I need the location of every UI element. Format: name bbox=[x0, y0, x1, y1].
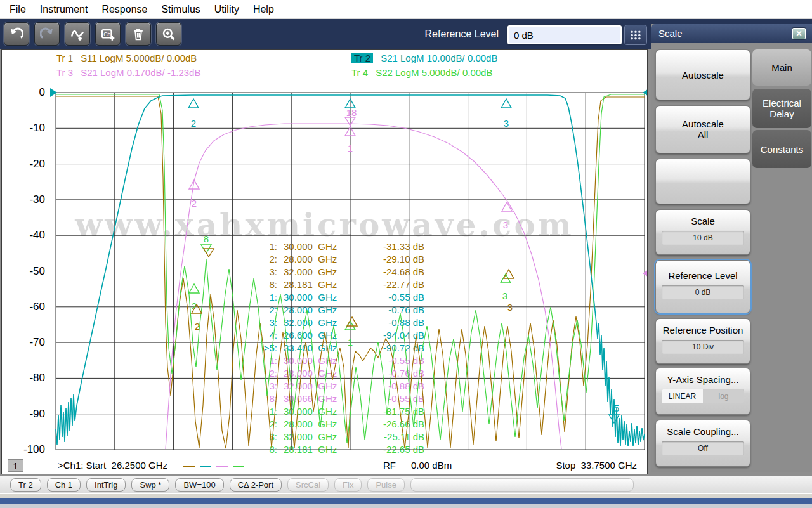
marker-value: -90.72 dB bbox=[365, 342, 424, 355]
undo-button[interactable] bbox=[4, 22, 29, 46]
delete-button[interactable] bbox=[126, 22, 151, 46]
marker-frequency: 28.000 GHz bbox=[277, 367, 365, 380]
linear-option[interactable]: LINEAR bbox=[662, 389, 703, 403]
menu-item-file[interactable]: File bbox=[3, 4, 33, 15]
add-trace-icon bbox=[70, 27, 84, 41]
marker-frequency: 32.000 GHz bbox=[277, 431, 365, 443]
marker-triangle-up bbox=[188, 99, 199, 108]
marker-frequency: 32.000 GHz bbox=[277, 316, 365, 329]
marker-frequency: 30.066 GHz bbox=[277, 393, 365, 405]
marker-frequency: 28.181 GHz bbox=[277, 443, 365, 456]
menu-item-utility[interactable]: Utility bbox=[207, 4, 246, 15]
add-trace-button[interactable] bbox=[65, 22, 90, 46]
menu-item-help[interactable]: Help bbox=[246, 4, 281, 15]
scale-button[interactable]: Scale 10 dB bbox=[655, 209, 750, 255]
marker-number: >5: bbox=[254, 342, 277, 355]
trace-swatch bbox=[216, 466, 228, 467]
legend-entry-tr4[interactable]: Tr 4S22 LogM 5.000dB/ 0.00dB bbox=[351, 67, 492, 78]
trace-id: Tr 2 bbox=[351, 53, 373, 63]
menu-item-response[interactable]: Response bbox=[95, 4, 154, 15]
marker-number: 1: bbox=[254, 240, 277, 253]
marker-frequency: 28.000 GHz bbox=[277, 304, 365, 316]
sparameter-plot-area: www.xahxmicrowave.com 1:30.000 GHz-31.33… bbox=[1, 49, 648, 474]
tab-constants[interactable]: Constants bbox=[752, 130, 811, 168]
marker-number: 1: bbox=[254, 355, 277, 367]
scale-panel-header: Scale ✕ bbox=[651, 24, 812, 43]
y-axis-label: -40 bbox=[2, 229, 45, 242]
marker-row: 8:30.066 GHz-0.55 dB bbox=[254, 393, 424, 405]
legend-entry-tr2[interactable]: Tr 2S21 LogM 10.00dB/ 0.00dB bbox=[351, 53, 497, 63]
close-icon[interactable]: ✕ bbox=[792, 27, 806, 40]
status-button-c-2-port[interactable]: CΔ 2-Port bbox=[230, 478, 282, 492]
status-button-swp-[interactable]: Swp * bbox=[131, 478, 169, 492]
y-axis-spacing-button[interactable]: Y-Axis Spacing... LINEAR log bbox=[655, 368, 750, 415]
marker-row: 3:32.000 GHz-25.11 dB bbox=[254, 431, 424, 443]
scale-value: 10 dB bbox=[662, 231, 744, 245]
reference-level-toolbar-label: Reference Level bbox=[400, 19, 499, 49]
legend-entry-tr1[interactable]: Tr 1S11 LogM 5.000dB/ 0.00dB bbox=[56, 53, 197, 63]
marker-triangle-up bbox=[189, 180, 199, 189]
scale-coupling-label: Scale Coupling... bbox=[656, 426, 750, 437]
status-button-tr-2[interactable]: Tr 2 bbox=[10, 478, 41, 492]
marker-value: -94.04 dB bbox=[365, 329, 424, 342]
status-button-inttrig[interactable]: IntTrig bbox=[86, 478, 126, 492]
status-button-ch-1[interactable]: Ch 1 bbox=[47, 478, 81, 492]
marker-label: 3 bbox=[502, 290, 508, 301]
marker-number: 8: bbox=[254, 278, 277, 291]
trace-format: S21 LogM 0.170dB/ -1.23dB bbox=[81, 67, 200, 78]
marker-row: 4:26.600 GHz-94.04 dB bbox=[254, 329, 424, 342]
trace-format: S22 LogM 5.000dB/ 0.00dB bbox=[376, 67, 492, 78]
trace-swatch bbox=[183, 466, 195, 467]
trash-icon bbox=[131, 27, 145, 41]
channel-number-badge[interactable]: 1 bbox=[8, 459, 23, 472]
legend-entry-tr3[interactable]: Tr 3S21 LogM 0.170dB/ -1.23dB bbox=[56, 67, 200, 78]
reference-level-label: Reference Level bbox=[656, 270, 750, 281]
tab-electrical-delay[interactable]: Electrical Delay bbox=[752, 89, 811, 128]
marker-frequency: 28.000 GHz bbox=[277, 253, 365, 266]
y-axis-spacing-toggle: LINEAR log bbox=[662, 389, 744, 403]
scale-panel: Scale ✕ Autoscale Autoscale All Scale 10… bbox=[651, 24, 812, 472]
marker-number: 2: bbox=[254, 253, 277, 266]
log-option[interactable]: log bbox=[703, 389, 744, 403]
autoscale-all-button[interactable]: Autoscale All bbox=[655, 105, 750, 153]
zoom-button[interactable] bbox=[156, 22, 181, 46]
marker-row: 1:30.000 GHz-0.55 dB bbox=[254, 355, 424, 367]
marker-row: 1:30.000 GHz-31.33 dB bbox=[254, 240, 424, 253]
menu-item-instrument[interactable]: Instrument bbox=[33, 4, 95, 15]
y-axis-label: -100 bbox=[2, 443, 45, 456]
undo-icon bbox=[10, 27, 23, 41]
reference-position-label: Reference Position bbox=[656, 325, 750, 335]
marker-label: 5 bbox=[614, 403, 619, 414]
footer-bottom-strip bbox=[0, 504, 812, 508]
rf-power-value: 0.00 dBm bbox=[411, 460, 452, 471]
add-channel-button[interactable]: Ch bbox=[95, 22, 121, 46]
reference-level-button[interactable]: Reference Level 0 dB bbox=[655, 260, 750, 313]
chart-footer: 1 >Ch1: Start 26.2500 GHz RF 0.00 dBm St… bbox=[2, 459, 647, 474]
marker-row: 2:28.000 GHz-0.76 dB bbox=[254, 304, 424, 316]
marker-value: -0.76 dB bbox=[365, 304, 424, 316]
trace-id: Tr 1 bbox=[56, 53, 73, 63]
status-button-bw-100[interactable]: BW=100 bbox=[175, 478, 223, 492]
y-axis-label: -10 bbox=[2, 122, 45, 134]
marker-value: -0.55 dB bbox=[365, 393, 424, 405]
redo-button[interactable] bbox=[34, 22, 60, 46]
menu-item-stimulus[interactable]: Stimulus bbox=[154, 4, 207, 15]
y-axis-label: -50 bbox=[2, 265, 45, 278]
marker-triangle-down bbox=[201, 245, 211, 253]
scale-coupling-button[interactable]: Scale Coupling... Off bbox=[655, 420, 750, 467]
reference-level-input[interactable] bbox=[508, 25, 622, 44]
status-bar: Tr 2Ch 1IntTrigSwp *BW=100CΔ 2-PortSrcCa… bbox=[0, 476, 812, 493]
marker-triangle-down bbox=[204, 249, 214, 257]
marker-number: 3: bbox=[254, 316, 277, 329]
marker-number: 3: bbox=[254, 380, 277, 393]
reference-position-arrow bbox=[643, 269, 647, 278]
tab-main[interactable]: Main bbox=[752, 49, 811, 86]
marker-number: 8: bbox=[254, 443, 277, 456]
reference-position-button[interactable]: Reference Position 10 Div bbox=[655, 318, 750, 364]
marker-label: 2 bbox=[191, 118, 196, 129]
marker-number: 3: bbox=[254, 431, 277, 443]
blank-button[interactable] bbox=[655, 159, 750, 204]
autoscale-button[interactable]: Autoscale bbox=[655, 49, 750, 100]
keypad-button[interactable] bbox=[624, 25, 647, 45]
trace-id: Tr 4 bbox=[351, 67, 368, 78]
